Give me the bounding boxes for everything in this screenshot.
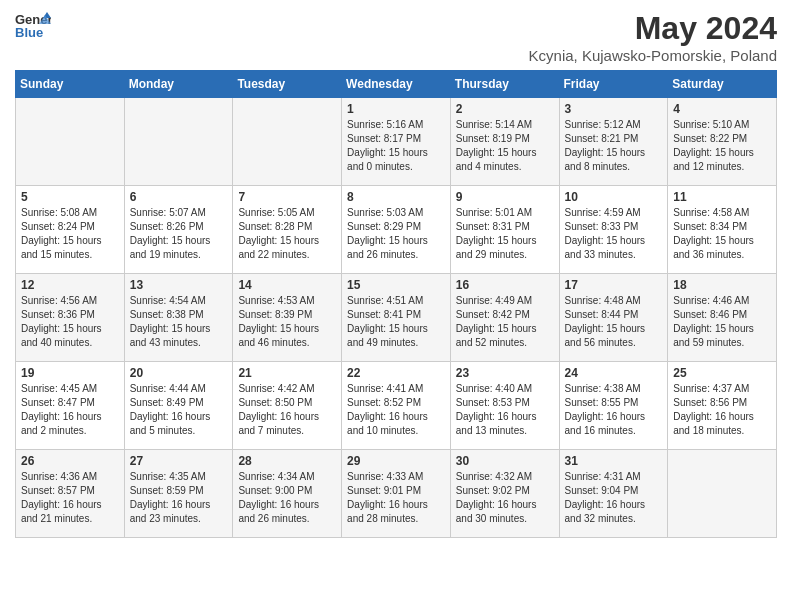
title-block: May 2024 Kcynia, Kujawsko-Pomorskie, Pol… xyxy=(529,10,777,64)
cell-info: Sunrise: 5:05 AM Sunset: 8:28 PM Dayligh… xyxy=(238,206,337,262)
cell-info: Sunrise: 5:12 AM Sunset: 8:21 PM Dayligh… xyxy=(565,118,664,174)
calendar-cell: 30Sunrise: 4:32 AM Sunset: 9:02 PM Dayli… xyxy=(450,450,559,538)
calendar-table: SundayMondayTuesdayWednesdayThursdayFrid… xyxy=(15,70,777,538)
cell-info: Sunrise: 5:10 AM Sunset: 8:22 PM Dayligh… xyxy=(673,118,772,174)
week-row-4: 19Sunrise: 4:45 AM Sunset: 8:47 PM Dayli… xyxy=(16,362,777,450)
page-header: General Blue May 2024 Kcynia, Kujawsko-P… xyxy=(15,10,777,64)
calendar-cell: 15Sunrise: 4:51 AM Sunset: 8:41 PM Dayli… xyxy=(342,274,451,362)
logo: General Blue xyxy=(15,10,51,40)
svg-text:Blue: Blue xyxy=(15,25,43,40)
cell-info: Sunrise: 4:38 AM Sunset: 8:55 PM Dayligh… xyxy=(565,382,664,438)
cell-info: Sunrise: 4:40 AM Sunset: 8:53 PM Dayligh… xyxy=(456,382,555,438)
day-header-saturday: Saturday xyxy=(668,71,777,98)
calendar-cell: 31Sunrise: 4:31 AM Sunset: 9:04 PM Dayli… xyxy=(559,450,668,538)
calendar-cell: 8Sunrise: 5:03 AM Sunset: 8:29 PM Daylig… xyxy=(342,186,451,274)
calendar-cell: 14Sunrise: 4:53 AM Sunset: 8:39 PM Dayli… xyxy=(233,274,342,362)
day-number: 1 xyxy=(347,102,446,116)
header-row: SundayMondayTuesdayWednesdayThursdayFrid… xyxy=(16,71,777,98)
calendar-cell: 23Sunrise: 4:40 AM Sunset: 8:53 PM Dayli… xyxy=(450,362,559,450)
calendar-cell: 9Sunrise: 5:01 AM Sunset: 8:31 PM Daylig… xyxy=(450,186,559,274)
calendar-cell: 2Sunrise: 5:14 AM Sunset: 8:19 PM Daylig… xyxy=(450,98,559,186)
cell-info: Sunrise: 4:56 AM Sunset: 8:36 PM Dayligh… xyxy=(21,294,120,350)
cell-info: Sunrise: 5:03 AM Sunset: 8:29 PM Dayligh… xyxy=(347,206,446,262)
day-number: 29 xyxy=(347,454,446,468)
week-row-1: 1Sunrise: 5:16 AM Sunset: 8:17 PM Daylig… xyxy=(16,98,777,186)
day-number: 9 xyxy=(456,190,555,204)
day-number: 18 xyxy=(673,278,772,292)
day-number: 17 xyxy=(565,278,664,292)
cell-info: Sunrise: 4:44 AM Sunset: 8:49 PM Dayligh… xyxy=(130,382,229,438)
day-number: 15 xyxy=(347,278,446,292)
cell-info: Sunrise: 4:53 AM Sunset: 8:39 PM Dayligh… xyxy=(238,294,337,350)
cell-info: Sunrise: 4:33 AM Sunset: 9:01 PM Dayligh… xyxy=(347,470,446,526)
week-row-5: 26Sunrise: 4:36 AM Sunset: 8:57 PM Dayli… xyxy=(16,450,777,538)
day-number: 20 xyxy=(130,366,229,380)
calendar-cell: 29Sunrise: 4:33 AM Sunset: 9:01 PM Dayli… xyxy=(342,450,451,538)
day-number: 31 xyxy=(565,454,664,468)
calendar-cell xyxy=(668,450,777,538)
cell-info: Sunrise: 4:34 AM Sunset: 9:00 PM Dayligh… xyxy=(238,470,337,526)
calendar-cell: 19Sunrise: 4:45 AM Sunset: 8:47 PM Dayli… xyxy=(16,362,125,450)
cell-info: Sunrise: 5:08 AM Sunset: 8:24 PM Dayligh… xyxy=(21,206,120,262)
calendar-cell: 6Sunrise: 5:07 AM Sunset: 8:26 PM Daylig… xyxy=(124,186,233,274)
calendar-cell: 16Sunrise: 4:49 AM Sunset: 8:42 PM Dayli… xyxy=(450,274,559,362)
cell-info: Sunrise: 4:32 AM Sunset: 9:02 PM Dayligh… xyxy=(456,470,555,526)
cell-info: Sunrise: 4:35 AM Sunset: 8:59 PM Dayligh… xyxy=(130,470,229,526)
calendar-cell xyxy=(233,98,342,186)
day-number: 24 xyxy=(565,366,664,380)
day-number: 19 xyxy=(21,366,120,380)
day-number: 6 xyxy=(130,190,229,204)
cell-info: Sunrise: 4:31 AM Sunset: 9:04 PM Dayligh… xyxy=(565,470,664,526)
calendar-cell: 11Sunrise: 4:58 AM Sunset: 8:34 PM Dayli… xyxy=(668,186,777,274)
cell-info: Sunrise: 4:59 AM Sunset: 8:33 PM Dayligh… xyxy=(565,206,664,262)
day-number: 26 xyxy=(21,454,120,468)
day-number: 11 xyxy=(673,190,772,204)
day-number: 27 xyxy=(130,454,229,468)
day-number: 23 xyxy=(456,366,555,380)
day-header-thursday: Thursday xyxy=(450,71,559,98)
cell-info: Sunrise: 4:49 AM Sunset: 8:42 PM Dayligh… xyxy=(456,294,555,350)
calendar-cell: 12Sunrise: 4:56 AM Sunset: 8:36 PM Dayli… xyxy=(16,274,125,362)
day-number: 5 xyxy=(21,190,120,204)
calendar-cell: 27Sunrise: 4:35 AM Sunset: 8:59 PM Dayli… xyxy=(124,450,233,538)
calendar-cell: 25Sunrise: 4:37 AM Sunset: 8:56 PM Dayli… xyxy=(668,362,777,450)
cell-info: Sunrise: 4:51 AM Sunset: 8:41 PM Dayligh… xyxy=(347,294,446,350)
day-number: 22 xyxy=(347,366,446,380)
day-number: 28 xyxy=(238,454,337,468)
cell-info: Sunrise: 5:07 AM Sunset: 8:26 PM Dayligh… xyxy=(130,206,229,262)
calendar-cell: 7Sunrise: 5:05 AM Sunset: 8:28 PM Daylig… xyxy=(233,186,342,274)
calendar-cell xyxy=(124,98,233,186)
day-number: 2 xyxy=(456,102,555,116)
week-row-3: 12Sunrise: 4:56 AM Sunset: 8:36 PM Dayli… xyxy=(16,274,777,362)
week-row-2: 5Sunrise: 5:08 AM Sunset: 8:24 PM Daylig… xyxy=(16,186,777,274)
cell-info: Sunrise: 4:37 AM Sunset: 8:56 PM Dayligh… xyxy=(673,382,772,438)
day-number: 7 xyxy=(238,190,337,204)
cell-info: Sunrise: 4:36 AM Sunset: 8:57 PM Dayligh… xyxy=(21,470,120,526)
cell-info: Sunrise: 4:42 AM Sunset: 8:50 PM Dayligh… xyxy=(238,382,337,438)
calendar-cell: 3Sunrise: 5:12 AM Sunset: 8:21 PM Daylig… xyxy=(559,98,668,186)
logo-icon: General Blue xyxy=(15,10,51,40)
calendar-cell: 26Sunrise: 4:36 AM Sunset: 8:57 PM Dayli… xyxy=(16,450,125,538)
calendar-cell: 10Sunrise: 4:59 AM Sunset: 8:33 PM Dayli… xyxy=(559,186,668,274)
cell-info: Sunrise: 4:45 AM Sunset: 8:47 PM Dayligh… xyxy=(21,382,120,438)
day-number: 30 xyxy=(456,454,555,468)
day-number: 10 xyxy=(565,190,664,204)
calendar-cell: 18Sunrise: 4:46 AM Sunset: 8:46 PM Dayli… xyxy=(668,274,777,362)
cell-info: Sunrise: 4:54 AM Sunset: 8:38 PM Dayligh… xyxy=(130,294,229,350)
calendar-cell: 4Sunrise: 5:10 AM Sunset: 8:22 PM Daylig… xyxy=(668,98,777,186)
day-header-tuesday: Tuesday xyxy=(233,71,342,98)
day-number: 8 xyxy=(347,190,446,204)
day-number: 4 xyxy=(673,102,772,116)
main-title: May 2024 xyxy=(529,10,777,47)
day-number: 3 xyxy=(565,102,664,116)
calendar-cell: 28Sunrise: 4:34 AM Sunset: 9:00 PM Dayli… xyxy=(233,450,342,538)
day-header-wednesday: Wednesday xyxy=(342,71,451,98)
subtitle: Kcynia, Kujawsko-Pomorskie, Poland xyxy=(529,47,777,64)
day-number: 13 xyxy=(130,278,229,292)
day-number: 12 xyxy=(21,278,120,292)
day-number: 16 xyxy=(456,278,555,292)
cell-info: Sunrise: 4:58 AM Sunset: 8:34 PM Dayligh… xyxy=(673,206,772,262)
day-header-friday: Friday xyxy=(559,71,668,98)
calendar-cell: 24Sunrise: 4:38 AM Sunset: 8:55 PM Dayli… xyxy=(559,362,668,450)
cell-info: Sunrise: 4:48 AM Sunset: 8:44 PM Dayligh… xyxy=(565,294,664,350)
